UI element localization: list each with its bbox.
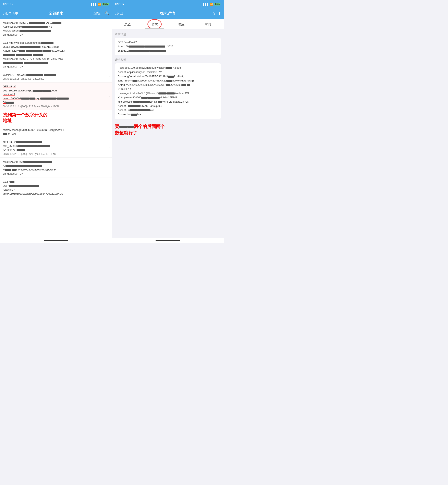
redacted	[26, 50, 42, 52]
redacted	[182, 84, 186, 86]
redacted	[128, 46, 145, 47]
back-arrow-icon: ‹	[2, 11, 4, 16]
redacted	[17, 149, 25, 151]
redacted	[16, 141, 32, 143]
redacted	[21, 98, 29, 100]
tab-overview[interactable]: 总览	[114, 21, 141, 29]
left-nav-title: 全部请求	[21, 11, 91, 16]
chevron-right-icon: ›	[109, 94, 110, 98]
right-status-icons: ▌▌▌ 📶 86%	[203, 3, 220, 6]
tab-request[interactable]: 请求	[141, 21, 168, 29]
redacted	[40, 98, 56, 100]
back-to-history-button[interactable]: ‹ 抓包历史	[2, 11, 18, 16]
redacted	[167, 93, 175, 94]
list-item[interactable]: CONNECT mp.weixi 09/30 18:22:15 - 25.31 …	[0, 71, 112, 83]
star-icon[interactable]: ☆	[212, 11, 216, 16]
redacted	[10, 181, 15, 183]
redacted	[44, 74, 56, 76]
redacted	[38, 145, 50, 147]
redacted	[33, 90, 43, 92]
redacted	[138, 109, 150, 111]
list-item[interactable]: MicroMessenger/8.0.42(0x18002a29) NetTyp…	[0, 126, 112, 138]
left-battery: 85%	[102, 3, 108, 6]
list-item[interactable]: Mozilla/5.0 (iPhone; C OS 16 AppleWebKit…	[0, 19, 112, 39]
redacted	[27, 74, 43, 76]
back-button[interactable]: ‹ 返回	[114, 11, 123, 16]
item-meta: 09/30 18:22:15 - 25.31 Kb / 122.08 KB	[3, 78, 109, 80]
home-bar-right	[156, 240, 180, 241]
redacted	[134, 105, 140, 107]
left-wifi-icon: 📶	[98, 3, 101, 6]
item-text: GET http://wx.qlogo.cn/mmhead/ Q3auHgzwz…	[3, 41, 109, 69]
right-content: 请求信息 GET /read/task? time=169 l3525 3c2b…	[112, 29, 224, 238]
redacted	[28, 46, 40, 48]
redacted	[150, 50, 166, 52]
right-nav-bar: ‹ 返回 抓包详情 ☆ ⬆	[112, 8, 224, 19]
redacted	[119, 126, 128, 128]
highlighted-url: GET http:// 2667199.8e.btuw9gefg82;loud/…	[3, 85, 69, 104]
share-icon[interactable]: ⬆	[218, 11, 221, 16]
left-home-indicator	[0, 238, 112, 242]
redacted	[9, 185, 25, 187]
redacted	[187, 84, 190, 86]
redacted	[139, 101, 150, 103]
list-item[interactable]: GET h 2667 read/info? time=1696069332&si…	[0, 178, 112, 198]
redacted	[166, 80, 172, 82]
home-indicator-row	[0, 238, 224, 242]
redacted	[43, 90, 51, 92]
right-nav-icons: ☆ ⬆	[212, 11, 221, 16]
redacted	[133, 80, 137, 82]
tab-time[interactable]: 时间	[195, 21, 221, 29]
tabs-bar: 总览 请求 响应 时间	[112, 19, 224, 29]
redacted	[25, 185, 33, 187]
redacted	[141, 97, 147, 99]
left-nav-bar: ‹ 抓包历史 全部请求 编辑 🔍	[0, 8, 112, 19]
item-meta: 09/30 16:22:14 - [200] - 727 Byte / 780 …	[3, 105, 109, 108]
list-item[interactable]: GET http:// 2667199.8e.btuw9gefg82;loud/…	[0, 83, 112, 110]
chevron-right-icon: ›	[109, 146, 110, 149]
header-host: Host: 2667199.8e.btuw9gefg828.wccaa4 7.c…	[118, 66, 194, 116]
annotation-item: 找到第一个数字开头的地址	[0, 110, 112, 126]
redacted	[166, 84, 170, 86]
redacted	[128, 126, 134, 128]
right-status-bar: 09:07 ▌▌▌ 📶 86%	[112, 0, 224, 8]
request-url-text: GET /read/task? time=169 l3525 3c2bdd17	[118, 41, 173, 52]
tab-response[interactable]: 响应	[168, 21, 194, 29]
search-icon[interactable]: 🔍	[105, 11, 109, 16]
redacted	[158, 93, 167, 94]
redacted	[157, 46, 165, 47]
redacted	[3, 133, 7, 135]
redacted	[158, 101, 162, 103]
redacted	[3, 54, 15, 56]
redacted	[145, 46, 157, 47]
redacted	[41, 42, 54, 44]
item-meta: 09/30 18:22:12 - [200] - 428 Byte / 1.53…	[3, 153, 109, 156]
right-time: 09:07	[115, 2, 125, 6]
left-status-bar: 09:06 ▌▌▌ 📶 85%	[0, 0, 112, 8]
item-text: GET http:// 2667199.8e.btuw9gefg82;loud/…	[3, 85, 109, 104]
item-text: Mozilla/5.0 (iPhone; C OS 16 AppleWebKit…	[3, 21, 109, 37]
redacted	[3, 62, 23, 64]
left-status-icons: ▌▌▌ 📶 85%	[91, 3, 109, 6]
list-item[interactable]: GET http:// font_256968 t=16219221 09/30…	[0, 138, 112, 158]
redacted	[32, 141, 42, 143]
item-text: GET http:// font_256968 t=16219221	[3, 140, 109, 152]
list-item[interactable]: GET http://wx.qlogo.cn/mmhead/ Q3auHgzwz…	[0, 39, 112, 71]
back-label: 返回	[116, 11, 123, 16]
redacted	[24, 161, 36, 163]
redacted	[16, 54, 32, 56]
annotation-text: 找到第一个数字开头的地址	[3, 112, 109, 124]
item-text: Mozilla/5.0 (iPhon Ar M 8.0.42(0x18002a2…	[3, 160, 109, 176]
back-history-label: 抓包历史	[4, 11, 18, 16]
request-info-card: GET /read/task? time=169 l3525 3c2bdd17	[115, 38, 221, 55]
request-headers-card: Host: 2667199.8e.btuw9gefg828.wccaa4 7.c…	[115, 63, 221, 119]
redacted	[53, 22, 61, 24]
request-info-section-label: 请求信息	[115, 32, 221, 36]
redacted	[30, 165, 42, 167]
list-item[interactable]: Mozilla/5.0 (iPhon Ar M 8.0.42(0x18002a2…	[0, 158, 112, 178]
right-nav-title: 抓包详情	[123, 11, 212, 16]
edit-button[interactable]: 编辑	[94, 11, 100, 16]
right-annotation-text: 要两个的后面两个数值就行了	[115, 122, 221, 138]
redacted	[192, 80, 194, 82]
left-signal-icon: ▌▌▌	[91, 3, 97, 6]
